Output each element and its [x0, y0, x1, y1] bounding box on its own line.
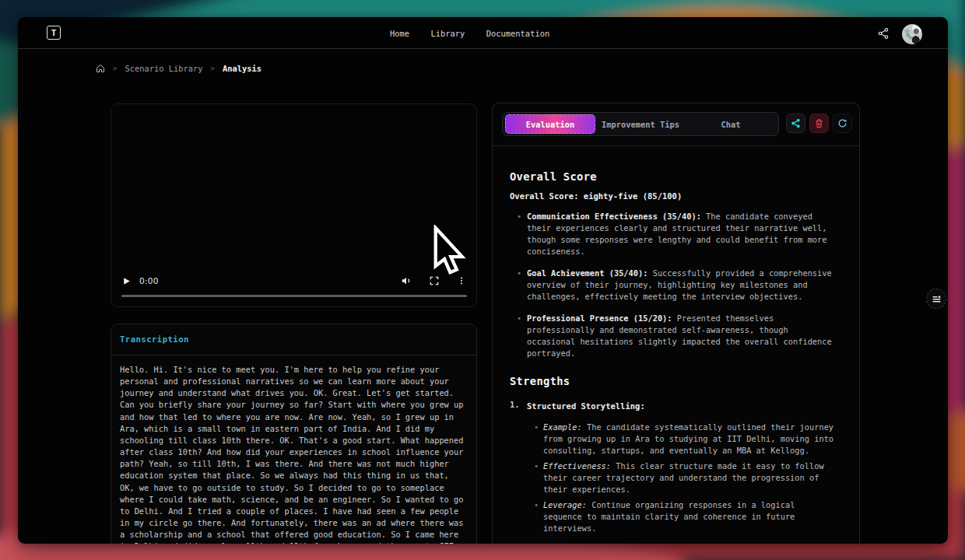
nav-documentation[interactable]: Documentation: [486, 29, 549, 38]
toolbar-actions: [786, 114, 852, 133]
breadcrumb-scenario-library[interactable]: Scenario Library: [125, 64, 202, 73]
tab-strip: Evaluation Improvement Tips Chat: [502, 112, 779, 136]
strengths-heading: Strengths: [510, 375, 840, 387]
transcription-panel: Transcription Hello. Hi. It's nice to me…: [111, 324, 477, 544]
share-icon[interactable]: [877, 27, 890, 40]
app-logo-letter: T: [51, 28, 57, 38]
tab-evaluation[interactable]: Evaluation: [505, 114, 595, 134]
app-window: T Home Library Documentation > Scenario …: [18, 17, 948, 544]
nav-home[interactable]: Home: [390, 29, 409, 38]
fullscreen-icon[interactable]: [429, 275, 440, 286]
list-item: Effectiveness: This clear structure made…: [527, 460, 838, 495]
video-progress-bar[interactable]: [121, 295, 467, 297]
avatar[interactable]: [902, 24, 922, 44]
list-item: Professional Presence (15/20): Presented…: [510, 313, 833, 359]
share-nodes-icon: [791, 118, 801, 128]
home-icon[interactable]: [96, 64, 105, 73]
breadcrumb-separator: >: [211, 65, 215, 72]
list-item: Example: The candidate systematically ou…: [527, 422, 838, 457]
evaluation-toolbar: Evaluation Improvement Tips Chat: [493, 103, 859, 145]
volume-icon[interactable]: [401, 275, 412, 286]
breadcrumb-analysis: Analysis: [223, 64, 261, 73]
delete-button[interactable]: [809, 114, 829, 133]
strength-details-list: Example: The candidate systematically ou…: [527, 422, 840, 534]
desktop: T Home Library Documentation > Scenario …: [0, 0, 965, 560]
refresh-icon: [837, 118, 847, 128]
nav-links: Home Library Documentation: [390, 17, 549, 49]
list-item: Leverage: Continue organizing responses …: [527, 499, 838, 534]
overall-score-value: Overall Score: eighty-five (85/100): [510, 191, 840, 201]
play-button-icon[interactable]: [121, 276, 132, 286]
tab-chat[interactable]: Chat: [686, 114, 776, 134]
transcription-title: Transcription: [111, 324, 476, 355]
transcription-text: Hello. Hi. It's nice to meet you. I'm he…: [111, 355, 476, 544]
trash-icon: [814, 118, 824, 128]
notes-toggle-button[interactable]: [926, 289, 946, 309]
refresh-button[interactable]: [833, 114, 852, 133]
video-controls: 0:00: [111, 271, 476, 290]
list-item: Goal Achievement (35/40): Successfully p…: [510, 268, 833, 303]
strength-item: 1. Structured Storytelling: Example: The…: [510, 399, 840, 534]
top-navbar: T Home Library Documentation: [18, 17, 948, 49]
evaluation-panel: Evaluation Improvement Tips Chat: [492, 103, 860, 544]
breadcrumb: > Scenario Library > Analysis: [96, 63, 261, 74]
app-logo[interactable]: T: [47, 26, 61, 40]
video-player[interactable]: 0:00: [111, 103, 477, 307]
list-item: Communication Effectiveness (35/40): The…: [510, 211, 833, 257]
overall-score-heading: Overall Score: [510, 170, 840, 183]
nav-library[interactable]: Library: [431, 29, 465, 38]
score-breakdown-list: Communication Effectiveness (35/40): The…: [510, 211, 840, 359]
list-with-dot-icon: [932, 294, 942, 304]
evaluation-content: Overall Score Overall Score: eighty-five…: [510, 146, 840, 538]
tab-improvement-tips[interactable]: Improvement Tips: [595, 114, 686, 134]
more-options-icon[interactable]: [457, 275, 466, 286]
video-time: 0:00: [139, 276, 159, 285]
share-evaluation-button[interactable]: [786, 114, 805, 133]
breadcrumb-separator: >: [113, 65, 117, 72]
